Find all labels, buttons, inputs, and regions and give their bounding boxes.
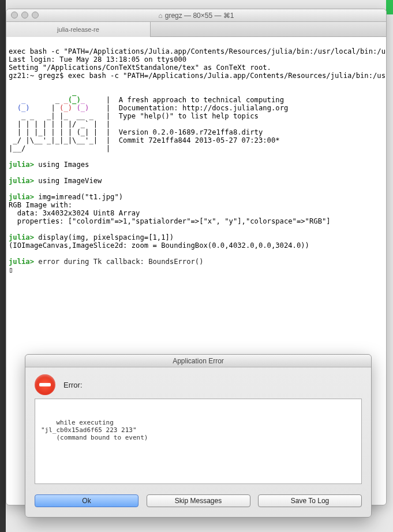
dialog-body: Error: while executing "jl_cb0x15ad6f65 … [25, 367, 371, 489]
window-title: gregz — 80×55 — ⌘1 [165, 12, 234, 20]
prompt: julia> [9, 193, 34, 201]
terminal-history: exec bash -c "PATH=/Applications/Julia.a… [9, 47, 386, 80]
error-dialog: Application Error Error: while executing… [25, 354, 372, 518]
error-textbox[interactable]: while executing "jl_cb0x15ad6f65 223 213… [35, 399, 362, 484]
close-icon[interactable] [11, 12, 18, 18]
prompt: julia> [9, 161, 34, 169]
prompt: julia> [9, 177, 34, 185]
tab-julia-release[interactable]: julia-release-re [6, 22, 151, 37]
cmd-display: display(img, pixelspacing=[1,1]) [34, 233, 174, 241]
output-imread: RGB Image with: data: 3x4032x3024 Uint8 … [9, 201, 331, 225]
home-icon: ⌂ [159, 12, 163, 20]
dialog-button-row: Ok Skip Messages Save To Log [25, 489, 371, 514]
skip-messages-button[interactable]: Skip Messages [147, 494, 250, 507]
desktop-edge [0, 0, 6, 532]
background-sliver [386, 0, 393, 14]
dialog-titlebar[interactable]: Application Error [25, 355, 371, 367]
output-display: (IOImageCanvas,ImageSlice2d: zoom = Boun… [9, 241, 309, 250]
minimize-icon[interactable] [21, 12, 28, 18]
window-titlebar[interactable]: ⌂ gregz — 80×55 — ⌘1 [6, 9, 386, 22]
window-controls[interactable] [11, 12, 39, 18]
error-line: error during Tk callback: BoundsError() [34, 258, 204, 266]
dialog-title-text: Application Error [173, 357, 224, 365]
zoom-icon[interactable] [32, 12, 39, 18]
prompt: julia> [9, 258, 34, 266]
julia-logo-ascii: _ _ _ _(_)_ | A fresh approach to techni… [9, 88, 288, 152]
terminal-content[interactable]: exec bash -c "PATH=/Applications/Julia.a… [6, 37, 386, 276]
ok-button[interactable]: Ok [35, 494, 139, 507]
cmd-using-images: using Images [34, 161, 89, 169]
cmd-using-imageview: using ImageView [34, 177, 102, 185]
error-icon [35, 374, 55, 395]
tab-label: julia-release-re [57, 26, 99, 33]
save-to-log-button[interactable]: Save To Log [258, 494, 362, 507]
cmd-imread: img=imread("t1.jpg") [34, 193, 123, 201]
error-label: Error: [63, 381, 83, 389]
tab-bar[interactable]: julia-release-re [6, 22, 386, 37]
cursor: ▯ [9, 266, 13, 274]
prompt: julia> [9, 233, 34, 241]
